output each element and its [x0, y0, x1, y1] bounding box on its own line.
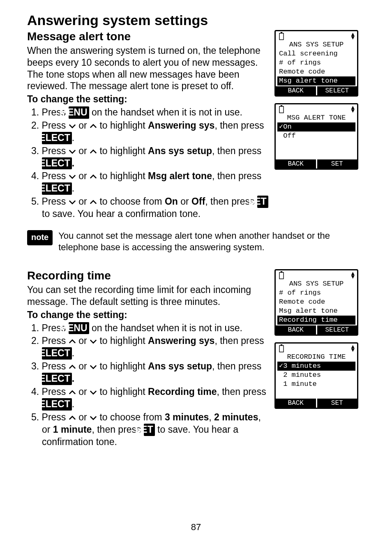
lcd-title: RECORDING TIME: [277, 353, 355, 362]
section2-steps: 1. Press MENU on the handset when it is …: [27, 322, 269, 448]
step-text: to save. You hear a confirmation tone.: [42, 208, 201, 219]
step-text: , then press: [217, 386, 266, 397]
chevron-down-icon: [69, 199, 76, 205]
lcd-screen-1: ▲▼ ANS SYS SETUP Call screening # of rin…: [274, 30, 358, 97]
lcd-line: 1 minute: [277, 380, 355, 389]
step-text: on the handset when it is not in use.: [89, 323, 242, 333]
step-text: .: [72, 373, 74, 384]
chevron-up-icon: [69, 364, 76, 370]
step-bold: Msg alert tone: [148, 171, 212, 181]
chevron-down-icon: [90, 339, 97, 344]
step-num: 5.: [31, 196, 39, 207]
step-text: , then press: [214, 335, 264, 346]
step-num: 1.: [31, 323, 39, 333]
set-button-label: SET: [257, 196, 268, 208]
step: 5. Press or to choose from 3 minutes, 2 …: [27, 411, 269, 448]
chevron-down-icon: [69, 174, 76, 180]
step-bold: Answering sys: [148, 335, 214, 346]
note-text: You cannot set the message alert tone wh…: [58, 230, 365, 253]
step-text: Press: [42, 120, 69, 131]
select-button-label: SELECT: [42, 347, 72, 360]
chevron-up-icon: [90, 199, 97, 205]
step-text: to highlight: [97, 361, 148, 371]
step-num: 4.: [31, 386, 39, 397]
lcd-line: Off: [277, 131, 355, 141]
chevron-down-icon: [69, 149, 76, 155]
step: 3. Press or to highlight Ans sys setup, …: [27, 145, 269, 170]
set-button-label: SET: [144, 424, 155, 436]
step-text: or: [76, 361, 90, 371]
scroll-arrows-icon: ▲▼: [351, 33, 355, 39]
step: 5. Press or to choose from On or Off, th…: [27, 196, 269, 220]
chevron-up-icon: [69, 339, 76, 344]
lcd-title: MSG ALERT TONE: [277, 113, 355, 122]
lcd-line: Msg alert tone: [277, 307, 355, 316]
lcd-line: Remote code: [277, 67, 355, 76]
step-text: to choose from: [97, 196, 165, 207]
step-bold: 3 minutes: [165, 412, 209, 422]
lcd-title: ANS SYS SETUP: [277, 40, 355, 49]
chevron-up-icon: [69, 390, 76, 395]
lcd-screen-2: ▲▼ MSG ALERT TONE ✓On Off BACK SET: [274, 103, 358, 170]
lcd-line: Call screening: [277, 49, 355, 58]
softkey-set: SET: [316, 159, 357, 168]
scroll-arrows-icon: ▲▼: [351, 106, 355, 113]
step-text: Press: [42, 412, 69, 422]
step-text: .: [72, 348, 74, 358]
section1-heading: Message alert tone: [27, 30, 269, 43]
section2-intro: You can set the recording time limit for…: [27, 284, 269, 308]
battery-icon: [278, 105, 285, 113]
lcd-line: [277, 150, 355, 159]
step-num: 5.: [31, 412, 39, 422]
step-text: to highlight: [97, 386, 148, 397]
softkey-back: BACK: [276, 399, 316, 408]
softkey-back: BACK: [276, 159, 316, 168]
step-text: .: [72, 399, 74, 409]
lcd-line: # of rings: [277, 58, 355, 67]
step-text: , then press: [212, 361, 261, 371]
step-text: Press: [42, 145, 69, 156]
step-text: Press: [42, 335, 69, 346]
step-bold: Off: [191, 196, 205, 207]
step: 2. Press or to highlight Answering sys, …: [27, 335, 269, 360]
step: 1. Press MENU on the handset when it is …: [27, 106, 269, 119]
step-bold: On: [165, 196, 178, 207]
step-num: 3.: [31, 145, 39, 156]
lcd-screen-4: ▲▼ RECORDING TIME ✓3 minutes 2 minutes 1…: [274, 342, 358, 409]
chevron-down-icon: [69, 123, 76, 129]
step-bold: Ans sys setup: [148, 145, 212, 156]
lcd-line: # of rings: [277, 288, 355, 298]
step: 3. Press or to highlight Ans sys setup, …: [27, 360, 269, 385]
chevron-down-icon: [90, 415, 97, 421]
page-title: Answering system settings: [27, 12, 365, 28]
step-text: to highlight: [97, 120, 148, 131]
battery-icon: [278, 32, 285, 40]
lcd-line-selected: Msg alert tone: [277, 76, 355, 85]
step-text: to highlight: [97, 335, 148, 346]
step: 4. Press or to highlight Msg alert tone,…: [27, 170, 269, 195]
softkey-back: BACK: [276, 86, 316, 95]
step-num: 2.: [31, 120, 39, 131]
step-text: or: [76, 335, 90, 346]
lcd-line-selected: ✓On: [277, 122, 355, 131]
section1-steps: 1. Press MENU on the handset when it is …: [27, 106, 269, 220]
lcd-screen-3: ▲▼ ANS SYS SETUP # of rings Remote code …: [274, 269, 358, 336]
chevron-up-icon: [90, 149, 97, 155]
section2-heading: Recording time: [27, 269, 269, 282]
lcd-line: [277, 141, 355, 150]
step-num: 1.: [31, 107, 39, 118]
lcd-line: Remote code: [277, 298, 355, 307]
step: 4. Press or to highlight Recording time,…: [27, 386, 269, 411]
step-text: to highlight: [97, 171, 148, 181]
chevron-up-icon: [69, 415, 76, 421]
section1-intro: When the answering system is turned on, …: [27, 45, 269, 92]
select-button-label: SELECT: [42, 132, 72, 144]
softkey-back: BACK: [276, 325, 316, 334]
step-text: or: [76, 412, 90, 422]
step-text: to highlight: [97, 145, 148, 156]
section2-subheading: To change the setting:: [27, 309, 269, 321]
step-text: , then press: [212, 171, 261, 181]
step-text: ,: [209, 412, 214, 422]
page-number: 87: [0, 522, 392, 533]
scroll-arrows-icon: ▲▼: [351, 345, 355, 352]
